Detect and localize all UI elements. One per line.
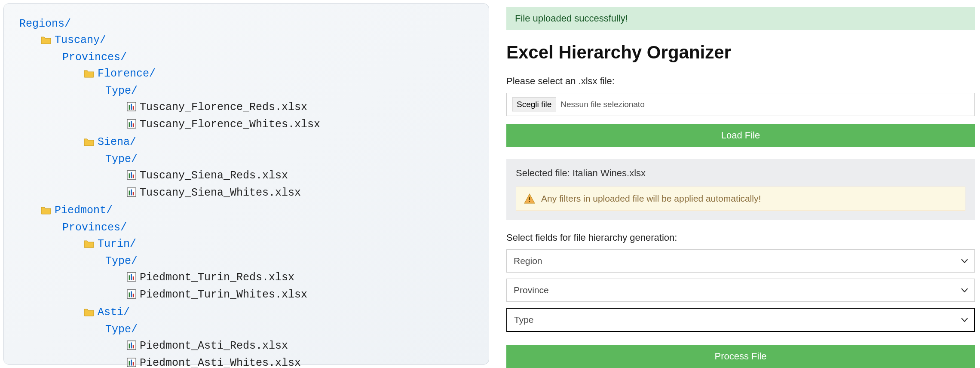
svg-rect-17 — [129, 275, 130, 280]
hierarchy-fields-label: Select fields for file hierarchy generat… — [506, 232, 975, 243]
tree-region[interactable]: Piedmont/ — [19, 202, 473, 220]
svg-rect-19 — [133, 276, 134, 280]
excel-file-icon — [127, 169, 136, 185]
svg-rect-21 — [129, 292, 130, 297]
tree-file[interactable]: Piedmont_Asti_Whites.xlsx — [19, 355, 473, 368]
filter-warning-alert: Any filters in uploaded file will be app… — [516, 187, 965, 211]
success-alert: File uploaded successfully! — [506, 7, 975, 30]
selected-file-text: Selected file: Italian Wines.xlsx — [516, 168, 965, 179]
folder-icon — [84, 67, 94, 83]
excel-file-icon — [127, 118, 136, 134]
excel-file-icon — [127, 186, 136, 202]
file-input-status: Nessun file selezionato — [560, 100, 644, 109]
warning-icon — [524, 193, 535, 204]
tree-province[interactable]: Turin/ — [19, 236, 473, 254]
choose-file-button[interactable]: Scegli file — [512, 98, 556, 111]
svg-rect-27 — [133, 345, 134, 348]
tree-file[interactable]: Tuscany_Siena_Reds.xlsx — [19, 168, 473, 185]
tree-file[interactable]: Tuscany_Florence_Reds.xlsx — [19, 99, 473, 117]
hierarchy-select-0[interactable]: Region — [506, 249, 975, 273]
excel-file-icon — [127, 356, 136, 368]
svg-rect-5 — [129, 122, 130, 127]
svg-rect-30 — [131, 360, 132, 366]
svg-rect-22 — [131, 291, 132, 297]
hierarchy-select-wrap: Region — [506, 249, 975, 273]
tree-region[interactable]: Tuscany/ — [19, 32, 473, 50]
form-panel: File uploaded successfully! Excel Hierar… — [506, 3, 975, 365]
excel-file-icon — [127, 101, 136, 117]
svg-rect-25 — [129, 343, 130, 348]
svg-rect-23 — [133, 294, 134, 297]
tree-preview-panel: Regions/Tuscany/Provinces/Florence/Type/… — [3, 3, 489, 365]
tree-file[interactable]: Piedmont_Turin_Reds.xlsx — [19, 270, 473, 287]
tree-provinces-label: Provinces/ — [19, 49, 473, 66]
svg-rect-10 — [131, 172, 132, 178]
tree-type-label: Type/ — [19, 83, 473, 99]
svg-rect-11 — [133, 175, 134, 178]
tree-province[interactable]: Asti/ — [19, 304, 473, 322]
hierarchy-select-2[interactable]: Type — [506, 308, 975, 332]
filter-warning-text: Any filters in uploaded file will be app… — [541, 193, 761, 204]
excel-file-icon — [127, 288, 136, 304]
svg-rect-31 — [133, 362, 134, 365]
svg-rect-9 — [129, 173, 130, 178]
tree-file[interactable]: Tuscany_Florence_Whites.xlsx — [19, 117, 473, 134]
file-input[interactable]: Scegli file Nessun file selezionato — [506, 93, 975, 116]
tree-type-label: Type/ — [19, 322, 473, 338]
load-file-button[interactable]: Load File — [506, 124, 975, 147]
svg-rect-1 — [129, 105, 130, 110]
svg-rect-13 — [129, 190, 130, 195]
folder-icon — [84, 135, 94, 152]
tree-type-label: Type/ — [19, 253, 473, 270]
tree-file[interactable]: Tuscany_Siena_Whites.xlsx — [19, 185, 473, 202]
hierarchy-select-wrap: Type — [506, 308, 975, 332]
hierarchy-select-1[interactable]: Province — [506, 279, 975, 302]
folder-icon — [84, 306, 94, 322]
folder-icon — [41, 204, 51, 220]
tree-type-label: Type/ — [19, 151, 473, 168]
selected-file-panel: Selected file: Italian Wines.xlsx Any fi… — [506, 159, 975, 220]
svg-rect-14 — [131, 190, 132, 196]
svg-rect-34 — [529, 201, 530, 202]
select-file-label: Please select an .xlsx file: — [506, 76, 975, 87]
svg-rect-33 — [529, 197, 530, 200]
tree-provinces-label: Provinces/ — [19, 220, 473, 236]
excel-file-icon — [127, 271, 136, 287]
success-alert-text: File uploaded successfully! — [515, 13, 628, 24]
svg-rect-2 — [131, 104, 132, 110]
svg-rect-29 — [129, 361, 130, 365]
folder-icon — [41, 34, 51, 50]
svg-rect-18 — [131, 274, 132, 280]
svg-rect-26 — [131, 342, 132, 348]
svg-rect-15 — [133, 192, 134, 195]
hierarchy-select-wrap: Province — [506, 279, 975, 302]
tree-province[interactable]: Siena/ — [19, 134, 473, 152]
svg-rect-7 — [133, 123, 134, 127]
tree-root-label: Regions/ — [19, 16, 473, 32]
folder-icon — [84, 237, 94, 254]
tree-file[interactable]: Piedmont_Asti_Reds.xlsx — [19, 338, 473, 356]
process-file-button[interactable]: Process File — [506, 345, 975, 368]
tree-file[interactable]: Piedmont_Turin_Whites.xlsx — [19, 287, 473, 304]
svg-rect-6 — [131, 121, 132, 127]
svg-rect-3 — [133, 106, 134, 110]
tree-province[interactable]: Florence/ — [19, 66, 473, 83]
excel-file-icon — [127, 339, 136, 356]
page-title: Excel Hierarchy Organizer — [506, 42, 975, 63]
